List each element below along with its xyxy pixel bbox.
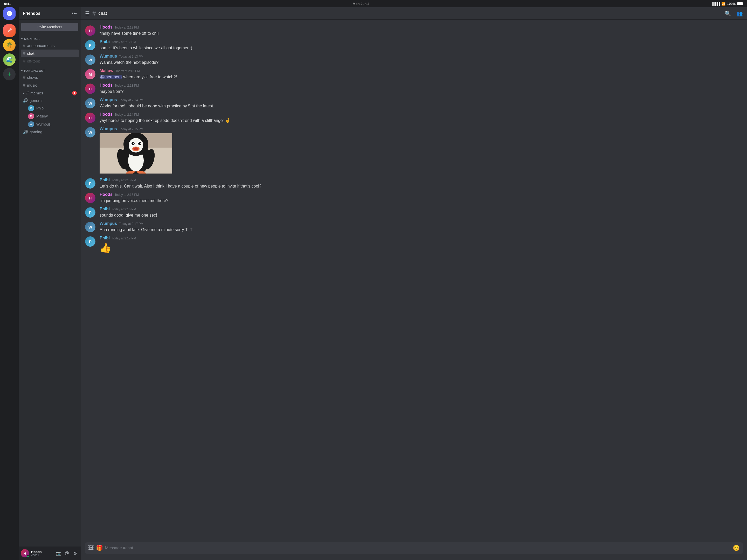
message-author: Hoods <box>100 192 112 197</box>
message-text: Wanna watch the next episode? <box>100 60 743 66</box>
more-options-icon[interactable]: ••• <box>72 10 77 16</box>
message-author: Hoods <box>100 83 112 88</box>
current-user-name: Hoods <box>31 550 53 554</box>
message-author: Phibi <box>100 236 110 240</box>
sidebar-header[interactable]: Friendos ••• <box>19 7 81 20</box>
message-author: Hoods <box>100 25 112 30</box>
channel-name-off-topic: off-topic <box>27 59 77 63</box>
gift-icon[interactable]: 🎁 <box>96 545 103 552</box>
message-avatar: H <box>85 193 96 203</box>
svg-point-12 <box>138 142 141 145</box>
message-avatar: W <box>85 54 96 65</box>
status-time: 9:41 <box>4 2 11 6</box>
message-header: HoodsToday at 2:13 PM <box>100 83 743 88</box>
video-icon[interactable]: 📷 <box>55 550 62 557</box>
message-avatar: M <box>85 69 96 79</box>
message-avatar: H <box>85 83 96 94</box>
message-group: HHoodsToday at 2:13 PMmaybe 8pm? <box>81 82 747 96</box>
voice-member-name-wumpus: Wumpus <box>36 122 51 126</box>
speaker-icon-general: 🔊 <box>23 98 28 103</box>
channel-list: ▼ MAIN HALL # announcements # chat # off… <box>19 33 81 546</box>
message-group: PPhibiToday at 2:12 PMsame...it's been a… <box>81 39 747 52</box>
invite-members-button[interactable]: Invite Members <box>21 23 78 31</box>
message-header: PhibiToday at 2:16 PM <box>100 207 743 211</box>
image-attach-icon[interactable]: 🖼 <box>88 545 94 552</box>
message-author: Phibi <box>100 40 110 44</box>
server-icon-2[interactable]: 🌴 <box>3 39 16 51</box>
voice-channel-gaming[interactable]: 🔊 gaming <box>21 128 79 135</box>
hash-icon-chat: # <box>23 51 25 56</box>
avatar-circle: M <box>85 69 96 79</box>
hash-icon-shows: # <box>23 75 25 80</box>
message-header: WumpusToday at 2:17 PM <box>100 221 743 226</box>
svg-point-15 <box>133 147 138 150</box>
svg-point-1 <box>9 28 12 30</box>
voice-channel-general[interactable]: 🔊 general <box>21 97 79 104</box>
category-main-hall[interactable]: ▼ MAIN HALL <box>19 33 81 42</box>
channel-name-memes: memes <box>30 91 71 95</box>
dm-icon[interactable] <box>3 7 16 20</box>
channel-hash-icon: # <box>92 10 96 17</box>
voice-channel-name-gaming: gaming <box>30 130 42 134</box>
channel-music[interactable]: # music <box>21 81 79 89</box>
channel-off-topic[interactable]: # off-topic <box>21 57 79 65</box>
avatar-circle: P <box>85 178 96 188</box>
message-group: WWumpusToday at 2:14 PMWorks for me! I s… <box>81 97 747 110</box>
message-header: HoodsToday at 2:16 PM <box>100 192 743 197</box>
channel-shows[interactable]: # shows <box>21 74 79 81</box>
mention-icon[interactable]: @ <box>63 550 71 557</box>
members-icon[interactable]: 👥 <box>737 10 743 17</box>
message-group: MMallowToday at 2:13 PM@members when are… <box>81 68 747 81</box>
message-group: PPhibiToday at 2:17 PM👍 <box>81 235 747 255</box>
message-text: Works for me! I should be done with prac… <box>100 103 743 109</box>
add-server-icon: + <box>7 70 11 78</box>
message-avatar: W <box>85 127 96 137</box>
hash-icon-music: # <box>23 82 25 88</box>
channel-name-music: music <box>27 83 77 87</box>
search-icon[interactable]: 🔍 <box>725 10 731 17</box>
message-timestamp: Today at 2:14 PM <box>119 98 143 102</box>
channel-chat[interactable]: # chat <box>21 50 79 57</box>
voice-member-wumpus[interactable]: W Wumpus <box>21 120 79 128</box>
message-timestamp: Today at 2:12 PM <box>112 40 136 44</box>
settings-icon[interactable]: ⚙ <box>72 550 79 557</box>
message-text: maybe 8pm? <box>100 89 743 95</box>
add-server-button[interactable]: + <box>3 68 16 80</box>
voice-member-mallow[interactable]: M Mallow <box>21 112 79 120</box>
chat-input-area: 🖼 🎁 😊 <box>81 542 747 560</box>
message-content: PhibiToday at 2:16 PMsounds good, give m… <box>100 207 743 218</box>
server-divider <box>5 22 14 22</box>
message-group: HHoodsToday at 2:14 PMyay! here's to hop… <box>81 111 747 125</box>
emoji-icon[interactable]: 😊 <box>733 545 740 552</box>
channel-memes[interactable]: ▶ # memes 1 <box>21 89 79 97</box>
current-user-info: Hoods #0001 <box>31 550 53 557</box>
server-icon-1[interactable] <box>3 24 16 37</box>
message-group: HHoodsToday at 2:16 PMi'm jumping on voi… <box>81 191 747 205</box>
message-avatar: H <box>85 112 96 123</box>
message-content: HoodsToday at 2:14 PMyay! here's to hopi… <box>100 112 743 124</box>
message-input[interactable] <box>105 543 731 553</box>
mention-tag[interactable]: @members <box>100 75 122 79</box>
avatar-circle: W <box>85 222 96 232</box>
category-arrow-main-hall: ▼ <box>21 37 23 40</box>
hash-icon-off-topic: # <box>23 58 25 64</box>
message-timestamp: Today at 2:16 PM <box>112 207 136 211</box>
message-content: WumpusToday at 2:14 PMWorks for me! I sh… <box>100 98 743 109</box>
category-hanging-out[interactable]: ▼ HANGING OUT <box>19 65 81 73</box>
message-text: i'm jumping on voice. meet me there? <box>100 198 743 204</box>
server-icon-3[interactable]: 🌊 <box>3 53 16 66</box>
message-timestamp: Today at 2:13 PM <box>115 69 139 73</box>
message-text: @members when are y'all free to watch?! <box>100 74 743 80</box>
hash-icon-memes: # <box>26 90 29 96</box>
battery-icon <box>737 2 743 5</box>
message-timestamp: Today at 2:17 PM <box>119 222 143 226</box>
message-header: MallowToday at 2:13 PM <box>100 69 743 73</box>
channel-announcements[interactable]: # announcements <box>21 42 79 49</box>
user-status-dot <box>27 555 29 558</box>
hamburger-icon[interactable]: ☰ <box>85 10 90 17</box>
voice-member-name-phibi: Phibi <box>36 106 44 110</box>
avatar-circle: H <box>85 83 96 94</box>
avatar-circle: W <box>85 127 96 137</box>
message-text: 👍 <box>100 241 743 254</box>
voice-member-phibi[interactable]: P Phibi <box>21 104 79 112</box>
